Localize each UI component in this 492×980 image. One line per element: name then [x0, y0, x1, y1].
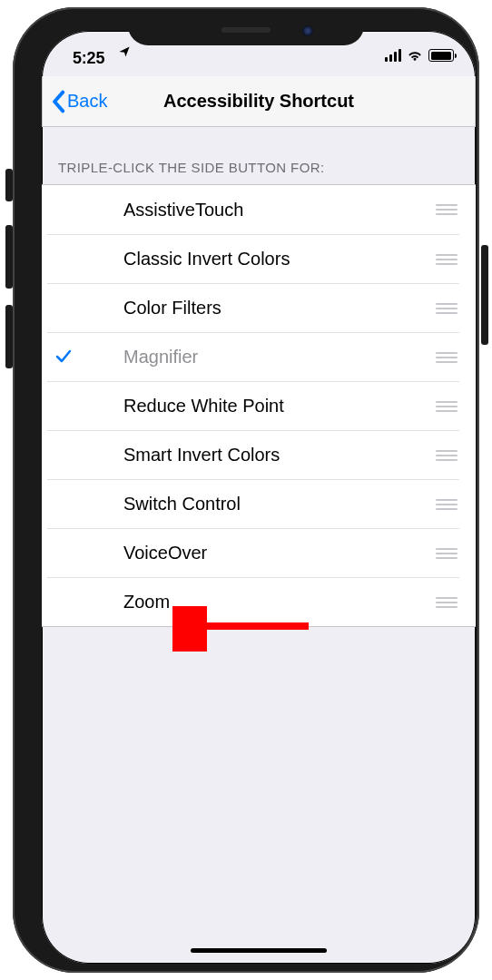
list-row-zoom[interactable]: Zoom [42, 577, 476, 626]
battery-icon [428, 49, 454, 62]
list-row-smart-invert-colors[interactable]: Smart Invert Colors [42, 430, 476, 479]
row-label: AssistiveTouch [85, 200, 243, 220]
row-label: Magnifier [85, 347, 198, 368]
row-label: VoiceOver [85, 543, 207, 564]
back-button[interactable]: Back [51, 76, 107, 126]
drag-handle-icon[interactable] [436, 352, 459, 363]
drag-handle-icon[interactable] [436, 254, 459, 265]
drag-handle-icon[interactable] [436, 303, 459, 314]
side-power-button [481, 245, 488, 345]
volume-up-button [5, 225, 13, 289]
drag-handle-icon[interactable] [436, 597, 459, 608]
phone-chassis: 5:25 Back [13, 7, 479, 973]
row-label: Smart Invert Colors [85, 445, 280, 466]
navigation-bar: Back Accessibility Shortcut [42, 76, 476, 127]
row-label: Zoom [85, 592, 170, 612]
section-header: TRIPLE-CLICK THE SIDE BUTTON FOR: [42, 127, 476, 184]
location-icon [118, 45, 131, 62]
speaker-grille [221, 27, 271, 33]
cellular-signal-icon [385, 49, 401, 62]
list-row-voiceover[interactable]: VoiceOver [42, 528, 476, 577]
row-label: Reduce White Point [85, 396, 284, 416]
wifi-icon [407, 49, 423, 62]
drag-handle-icon[interactable] [436, 401, 459, 412]
notch [128, 15, 364, 45]
drag-handle-icon[interactable] [436, 499, 459, 510]
chevron-left-icon [51, 90, 65, 113]
home-indicator[interactable] [191, 948, 327, 953]
drag-handle-icon[interactable] [436, 548, 459, 559]
volume-down-button [5, 305, 13, 368]
drag-handle-icon[interactable] [436, 450, 459, 461]
shortcut-list: AssistiveTouch Classic Invert Colors Col… [42, 184, 476, 627]
drag-handle-icon[interactable] [436, 204, 459, 215]
page-title: Accessibility Shortcut [163, 91, 354, 112]
list-row-magnifier[interactable]: Magnifier [42, 332, 476, 381]
list-row-color-filters[interactable]: Color Filters [42, 283, 476, 332]
list-row-switch-control[interactable]: Switch Control [42, 479, 476, 528]
status-time: 5:25 [73, 49, 104, 68]
row-label: Classic Invert Colors [85, 249, 290, 270]
mute-switch [5, 169, 13, 201]
row-label: Color Filters [85, 298, 221, 318]
screen: 5:25 Back [42, 31, 476, 964]
front-camera [302, 25, 313, 36]
row-label: Switch Control [85, 494, 241, 514]
list-row-reduce-white-point[interactable]: Reduce White Point [42, 381, 476, 430]
list-row-classic-invert-colors[interactable]: Classic Invert Colors [42, 234, 476, 283]
back-label: Back [67, 91, 107, 112]
list-row-assistivetouch[interactable]: AssistiveTouch [42, 185, 476, 234]
